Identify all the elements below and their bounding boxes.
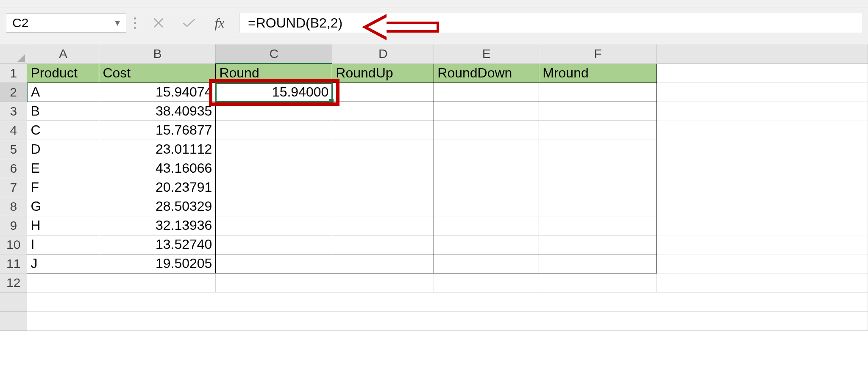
cell-D9[interactable] <box>332 216 434 235</box>
cell-B11[interactable]: 19.50205 <box>99 254 216 273</box>
cell-E7[interactable] <box>434 178 539 197</box>
cell-C6[interactable] <box>216 159 332 178</box>
rowhead-9[interactable]: 9 <box>0 216 27 235</box>
rowhead-7[interactable]: 7 <box>0 178 27 197</box>
insert-function-button[interactable]: fx <box>204 13 235 33</box>
rowhead-6[interactable]: 6 <box>0 159 27 178</box>
col-D[interactable]: D <box>332 44 434 63</box>
cell-E10[interactable] <box>434 235 539 254</box>
cell-G8[interactable] <box>657 197 868 216</box>
cell-E3[interactable] <box>434 102 539 121</box>
cell-G5[interactable] <box>657 140 868 159</box>
cell-A3[interactable]: B <box>27 102 99 121</box>
cancel-button[interactable] <box>143 13 174 33</box>
cell-F5[interactable] <box>539 140 657 159</box>
cell-F4[interactable] <box>539 121 657 140</box>
cell-F12[interactable] <box>539 273 657 292</box>
col-F[interactable]: F <box>539 44 657 63</box>
cell-D8[interactable] <box>332 197 434 216</box>
cell-G4[interactable] <box>657 121 868 140</box>
rowhead-1[interactable]: 1 <box>0 63 27 83</box>
rowhead-3[interactable]: 3 <box>0 102 27 121</box>
col-E[interactable]: E <box>434 44 539 63</box>
cell-E8[interactable] <box>434 197 539 216</box>
cell-F2[interactable] <box>539 83 657 102</box>
cell-B5[interactable]: 23.01112 <box>99 140 216 159</box>
cell-A1[interactable]: Product <box>27 63 99 83</box>
rowhead-8[interactable]: 8 <box>0 197 27 216</box>
cell-E11[interactable] <box>434 254 539 273</box>
cell-G11[interactable] <box>657 254 868 273</box>
col-A[interactable]: A <box>27 44 99 63</box>
cell-G2[interactable] <box>657 83 868 102</box>
cell-D4[interactable] <box>332 121 434 140</box>
cell-B6[interactable]: 43.16066 <box>99 159 216 178</box>
col-B[interactable]: B <box>99 44 216 63</box>
cell-B3[interactable]: 38.40935 <box>99 102 216 121</box>
cell-G1[interactable] <box>657 63 868 83</box>
cell-E12[interactable] <box>434 273 539 292</box>
cell-C3[interactable] <box>216 102 332 121</box>
cell-G9[interactable] <box>657 216 868 235</box>
cell-A7[interactable]: F <box>27 178 99 197</box>
cell-G10[interactable] <box>657 235 868 254</box>
rowhead-10[interactable]: 10 <box>0 235 27 254</box>
cell-D5[interactable] <box>332 140 434 159</box>
rowhead-13[interactable] <box>0 292 27 311</box>
cell-A9[interactable]: H <box>27 216 99 235</box>
cell-E6[interactable] <box>434 159 539 178</box>
cell-A10[interactable]: I <box>27 235 99 254</box>
cell-A12[interactable] <box>27 273 99 292</box>
cell-A6[interactable]: E <box>27 159 99 178</box>
col-G-extra[interactable] <box>657 44 868 63</box>
cell-F1[interactable]: Mround <box>539 63 657 83</box>
cell-D7[interactable] <box>332 178 434 197</box>
enter-button[interactable] <box>174 13 204 33</box>
cell-B4[interactable]: 15.76877 <box>99 121 216 140</box>
cell-C8[interactable] <box>216 197 332 216</box>
cell-E5[interactable] <box>434 140 539 159</box>
spreadsheet-grid[interactable]: A B C D E F 1 Product Cost Round RoundUp… <box>0 44 868 389</box>
cell-D1[interactable]: RoundUp <box>332 63 434 83</box>
cell-E1[interactable]: RoundDown <box>434 63 539 83</box>
cell-D11[interactable] <box>332 254 434 273</box>
cell-D2[interactable] <box>332 83 434 102</box>
cell-D10[interactable] <box>332 235 434 254</box>
cell-B12[interactable] <box>99 273 216 292</box>
cell-A11[interactable]: J <box>27 254 99 273</box>
cell-A4[interactable]: C <box>27 121 99 140</box>
cell-F3[interactable] <box>539 102 657 121</box>
cell-C12[interactable] <box>216 273 332 292</box>
rowhead-14[interactable] <box>0 311 27 330</box>
formula-input[interactable]: =ROUND(B2,2) <box>239 13 862 33</box>
cell-D6[interactable] <box>332 159 434 178</box>
cell-E2[interactable] <box>434 83 539 102</box>
cell-C9[interactable] <box>216 216 332 235</box>
cell-G6[interactable] <box>657 159 868 178</box>
name-box-dropdown-icon[interactable]: ▼ <box>113 18 122 28</box>
cell-C2[interactable]: 15.94000 <box>216 83 332 102</box>
cell-F7[interactable] <box>539 178 657 197</box>
cell-B10[interactable]: 13.52740 <box>99 235 216 254</box>
cell-B2[interactable]: 15.94074 <box>99 83 216 102</box>
cell-G3[interactable] <box>657 102 868 121</box>
cell-A8[interactable]: G <box>27 197 99 216</box>
rowhead-12[interactable]: 12 <box>0 273 27 292</box>
cell-C4[interactable] <box>216 121 332 140</box>
name-box[interactable]: C2 ▼ <box>6 13 126 33</box>
cell-F11[interactable] <box>539 254 657 273</box>
col-C[interactable]: C <box>216 44 332 63</box>
rowhead-11[interactable]: 11 <box>0 254 27 273</box>
cell-D12[interactable] <box>332 273 434 292</box>
cell-E9[interactable] <box>434 216 539 235</box>
cell-B8[interactable]: 28.50329 <box>99 197 216 216</box>
cell-B1[interactable]: Cost <box>99 63 216 83</box>
cell-C1[interactable]: Round <box>216 63 332 83</box>
select-all-corner[interactable] <box>0 44 27 63</box>
cell-C11[interactable] <box>216 254 332 273</box>
cell-B9[interactable]: 32.13936 <box>99 216 216 235</box>
rowhead-5[interactable]: 5 <box>0 140 27 159</box>
cell-F8[interactable] <box>539 197 657 216</box>
cell-F9[interactable] <box>539 216 657 235</box>
cell-G12[interactable] <box>657 273 868 292</box>
